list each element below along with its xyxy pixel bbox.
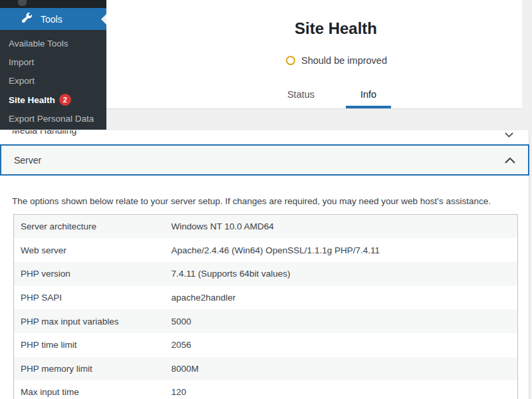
status-warning-circle-icon <box>286 56 295 65</box>
table-row: Server architecture Windows NT 10.0 AMD6… <box>14 215 518 239</box>
tab-info[interactable]: Info <box>346 85 391 108</box>
row-label: PHP memory limit <box>14 357 165 381</box>
accordion-section-server[interactable]: Server <box>0 144 529 176</box>
server-info-table: Server architecture Windows NT 10.0 AMD6… <box>13 214 518 399</box>
server-panel-description: The options shown below relate to your s… <box>12 196 511 206</box>
row-value: 7.4.11 (Supports 64bit values) <box>165 262 518 286</box>
page-background-gutter-bottom <box>529 130 532 399</box>
site-health-page: Site Health Should be improved Status In… <box>0 0 532 399</box>
row-label: PHP max input variables <box>14 309 165 333</box>
row-label: PHP version <box>14 262 165 286</box>
row-value: 8000M <box>165 357 518 381</box>
chevron-up-icon <box>505 154 515 166</box>
row-value: 5000 <box>165 309 518 333</box>
submenu-label: Available Tools <box>9 39 68 49</box>
row-label: Web server <box>14 238 165 262</box>
sidebar-item-import[interactable]: Import <box>0 53 106 71</box>
row-value: 120 <box>165 380 518 399</box>
row-label: PHP time limit <box>14 333 165 357</box>
row-label: Server architecture <box>14 215 165 239</box>
status-indicator: Should be improved <box>286 55 387 66</box>
submenu-label: Import <box>9 57 34 67</box>
table-row: PHP version 7.4.11 (Supports 64bit value… <box>14 262 518 286</box>
row-label: Max input time <box>14 380 165 399</box>
table-row: PHP max input variables 5000 <box>14 309 518 333</box>
tools-submenu: Available Tools Import Export Site Healt… <box>0 30 106 130</box>
page-background-gutter <box>522 0 532 130</box>
menu-icon-fragment <box>18 0 27 6</box>
tab-status[interactable]: Status <box>277 85 325 108</box>
row-value: Windows NT 10.0 AMD64 <box>165 215 518 239</box>
page-title: Site Health <box>256 19 416 39</box>
accordion-label-media-handling: Media Handling <box>12 130 76 136</box>
admin-sidebar-flyout: Tools Available Tools Import Export Site… <box>0 0 106 130</box>
sidebar-item-site-health[interactable]: Site Health 2 <box>0 90 106 109</box>
submenu-label: Site Health <box>9 95 55 105</box>
sidebar-item-export-personal-data[interactable]: Export Personal Data <box>0 109 106 128</box>
accordion-label-server: Server <box>14 155 41 166</box>
table-row: Web server Apache/2.4.46 (Win64) OpenSSL… <box>14 238 518 262</box>
submenu-label: Export <box>9 76 35 86</box>
wrench-icon <box>21 11 33 27</box>
chevron-down-icon <box>505 130 513 140</box>
table-row: PHP memory limit 8000M <box>14 357 518 381</box>
table-row: Max input time 120 <box>14 380 518 399</box>
sidebar-item-tools[interactable]: Tools <box>0 8 106 30</box>
row-value: Apache/2.4.46 (Win64) OpenSSL/1.1.1g PHP… <box>165 238 518 262</box>
row-label: PHP SAPI <box>14 286 165 310</box>
table-row: PHP time limit 2056 <box>14 333 518 357</box>
sidebar-item-available-tools[interactable]: Available Tools <box>0 34 106 53</box>
current-menu-arrow <box>101 14 106 25</box>
row-value: 2056 <box>165 333 518 357</box>
row-value: apache2handler <box>165 286 518 310</box>
accordion-section-media-handling[interactable]: Media Handling <box>0 130 529 144</box>
table-row: PHP SAPI apache2handler <box>14 286 518 310</box>
sidebar-top-strip <box>0 0 106 8</box>
sidebar-item-export[interactable]: Export <box>0 72 106 90</box>
site-health-issues-badge: 2 <box>59 94 71 106</box>
sidebar-item-tools-label: Tools <box>41 14 63 25</box>
status-label: Should be improved <box>301 55 387 66</box>
submenu-label: Export Personal Data <box>9 114 94 124</box>
